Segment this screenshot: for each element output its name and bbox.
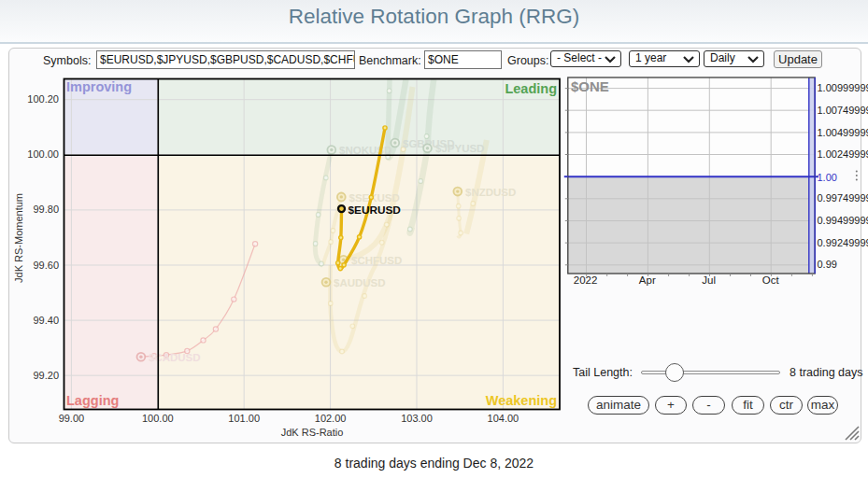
svg-text:100.20: 100.20 <box>27 93 59 105</box>
svg-text:JdK RS-Momentum: JdK RS-Momentum <box>13 193 24 283</box>
svg-text:99.60: 99.60 <box>33 260 59 271</box>
svg-text:1.00499999: 1.00499999 <box>818 127 868 138</box>
svg-text:JdK RS-Ratio: JdK RS-Ratio <box>281 427 344 438</box>
svg-text:$CHFUSD: $CHFUSD <box>351 255 402 266</box>
svg-text:Oct: Oct <box>762 274 780 286</box>
svg-text:$AUDUSD: $AUDUSD <box>334 277 386 288</box>
svg-text:Jul: Jul <box>702 274 716 286</box>
svg-text:99.00: 99.00 <box>59 413 85 424</box>
svg-text:$ONE: $ONE <box>571 78 609 94</box>
svg-text:100.00: 100.00 <box>27 148 59 160</box>
svg-text:99.40: 99.40 <box>33 315 59 326</box>
svg-text:0.99749999: 0.99749999 <box>818 192 868 204</box>
svg-text:0.99499999: 0.99499999 <box>818 215 868 226</box>
svg-text:1.00999999: 1.00999999 <box>818 82 868 93</box>
svg-text:$JPYUSD: $JPYUSD <box>435 143 484 154</box>
svg-text:$CADUSD: $CADUSD <box>149 352 201 363</box>
svg-text:102.00: 102.00 <box>315 413 347 424</box>
svg-text:$NOKUSD: $NOKUSD <box>339 145 391 156</box>
svg-text:Lagging: Lagging <box>66 393 119 408</box>
svg-text:0.99: 0.99 <box>818 259 837 270</box>
svg-text:103.00: 103.00 <box>401 413 433 424</box>
svg-text:Apr: Apr <box>639 274 656 286</box>
svg-text:$SEKUSD: $SEKUSD <box>349 192 400 204</box>
svg-text:Improving: Improving <box>66 79 132 94</box>
svg-text:1.00249999: 1.00249999 <box>818 148 868 160</box>
svg-text:1.00: 1.00 <box>818 172 837 183</box>
svg-text:Weakening: Weakening <box>486 393 557 408</box>
svg-text:2022: 2022 <box>574 274 598 286</box>
svg-text:$NZDUSD: $NZDUSD <box>465 187 516 198</box>
svg-text:99.80: 99.80 <box>33 204 59 215</box>
svg-text:101.00: 101.00 <box>228 413 260 424</box>
svg-text:1.00749999: 1.00749999 <box>818 105 868 116</box>
svg-text:99.20: 99.20 <box>33 370 59 381</box>
svg-text:104.00: 104.00 <box>488 413 519 424</box>
svg-text:Leading: Leading <box>505 81 557 96</box>
svg-text:$EURUSD: $EURUSD <box>349 204 402 217</box>
svg-text:0.99249999: 0.99249999 <box>818 237 868 248</box>
svg-text:100.00: 100.00 <box>142 413 174 424</box>
